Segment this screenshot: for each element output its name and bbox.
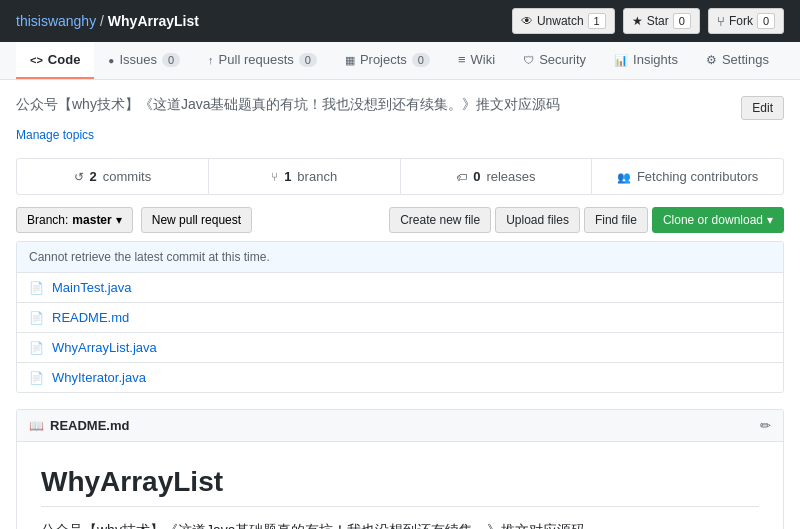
star-button[interactable]: Star 0 (623, 8, 700, 34)
branch-bar: Branch: master New pull request Create n… (16, 207, 784, 233)
file-link[interactable]: MainTest.java (52, 280, 131, 295)
create-new-file-button[interactable]: Create new file (389, 207, 491, 233)
tab-wiki[interactable]: Wiki (444, 42, 509, 79)
branches-count: 1 (284, 169, 291, 184)
edit-button[interactable]: Edit (741, 96, 784, 120)
releases-count: 0 (473, 169, 480, 184)
pencil-icon[interactable] (760, 418, 771, 433)
file-icon (29, 280, 44, 295)
chevron-down-icon (767, 213, 773, 227)
star-count: 0 (673, 13, 691, 29)
projects-badge: 0 (412, 53, 430, 67)
file-link[interactable]: README.md (52, 310, 129, 325)
branch-name: master (72, 213, 111, 227)
watch-label: Unwatch (537, 14, 584, 28)
tag-icon (456, 169, 467, 184)
shield-icon (523, 52, 534, 67)
star-label: Star (647, 14, 669, 28)
tab-projects[interactable]: Projects 0 (331, 42, 444, 79)
table-row: MainTest.java (17, 273, 783, 303)
repo-description-row: 公众号【why技术】《这道Java基础题真的有坑！我也没想到还有续集。》推文对应… (16, 96, 784, 120)
issue-icon (108, 52, 114, 67)
file-table: Cannot retrieve the latest commit at thi… (16, 241, 784, 393)
fork-button[interactable]: Fork 0 (708, 8, 784, 34)
readme-header: README.md (17, 410, 783, 442)
repo-name-link[interactable]: WhyArrayList (108, 13, 199, 29)
commits-count: 2 (90, 169, 97, 184)
issues-badge: 0 (162, 53, 180, 67)
table-row: README.md (17, 303, 783, 333)
tab-settings[interactable]: Settings (692, 42, 783, 79)
repo-path: thisiswanghy / WhyArrayList (16, 13, 199, 29)
tab-issues[interactable]: Issues 0 (94, 42, 194, 79)
releases-stat[interactable]: 0 releases (401, 159, 593, 194)
project-icon (345, 52, 355, 67)
readme-title: README.md (50, 418, 129, 433)
readme-icon (29, 418, 44, 433)
commit-message-bar: Cannot retrieve the latest commit at thi… (17, 242, 783, 273)
commits-label: commits (103, 169, 151, 184)
readme-h1: WhyArrayList (41, 466, 759, 507)
tab-pull-requests[interactable]: Pull requests 0 (194, 42, 331, 79)
file-link[interactable]: WhyIterator.java (52, 370, 146, 385)
tab-wiki-label: Wiki (471, 52, 496, 67)
file-icon (29, 310, 44, 325)
file-link[interactable]: WhyArrayList.java (52, 340, 157, 355)
upload-files-button[interactable]: Upload files (495, 207, 580, 233)
clone-or-download-button[interactable]: Clone or download (652, 207, 784, 233)
find-file-button[interactable]: Find file (584, 207, 648, 233)
readme-header-title: README.md (29, 418, 129, 433)
tab-settings-label: Settings (722, 52, 769, 67)
nav-tabs: Code Issues 0 Pull requests 0 Projects 0… (0, 42, 800, 80)
tab-projects-label: Projects (360, 52, 407, 67)
branch-selector[interactable]: Branch: master (16, 207, 133, 233)
tab-code-label: Code (48, 52, 81, 67)
repo-owner-link[interactable]: thisiswanghy (16, 13, 96, 29)
table-row: WhyIterator.java (17, 363, 783, 392)
readme-description: 公众号【why技术】《这道Java基础题真的有坑！我也没想到还有续集。》推文对应… (41, 519, 759, 529)
stats-bar: 2 commits 1 branch 0 releases Fetching c… (16, 158, 784, 195)
pr-icon (208, 52, 214, 67)
tab-pr-label: Pull requests (219, 52, 294, 67)
releases-label: releases (486, 169, 535, 184)
people-icon (617, 169, 631, 184)
wiki-icon (458, 52, 466, 67)
fork-count: 0 (757, 13, 775, 29)
readme-section: README.md WhyArrayList 公众号【why技术】《这道Java… (16, 409, 784, 529)
branch-icon (271, 169, 278, 184)
watch-button[interactable]: Unwatch 1 (512, 8, 615, 34)
fork-icon (717, 14, 725, 29)
manage-topics-link[interactable]: Manage topics (16, 128, 784, 142)
eye-icon (521, 14, 533, 28)
star-icon (632, 14, 643, 28)
branches-label: branch (297, 169, 337, 184)
pr-badge: 0 (299, 53, 317, 67)
file-actions: Create new file Upload files Find file C… (389, 207, 784, 233)
tab-security-label: Security (539, 52, 586, 67)
commits-icon (74, 169, 84, 184)
new-pull-request-button[interactable]: New pull request (141, 207, 252, 233)
chevron-down-icon (116, 213, 122, 227)
tab-insights[interactable]: Insights (600, 42, 692, 79)
branches-stat[interactable]: 1 branch (209, 159, 401, 194)
file-icon (29, 340, 44, 355)
fork-label: Fork (729, 14, 753, 28)
path-separator: / (100, 13, 108, 29)
contributors-stat[interactable]: Fetching contributors (592, 159, 783, 194)
page-content: 公众号【why技术】《这道Java基础题真的有坑！我也没想到还有续集。》推文对应… (0, 80, 800, 529)
branch-prefix: Branch: (27, 213, 68, 227)
tab-security[interactable]: Security (509, 42, 600, 79)
tab-insights-label: Insights (633, 52, 678, 67)
table-row: WhyArrayList.java (17, 333, 783, 363)
watch-count: 1 (588, 13, 606, 29)
contributors-label: Fetching contributors (637, 169, 758, 184)
commits-stat[interactable]: 2 commits (17, 159, 209, 194)
repo-description: 公众号【why技术】《这道Java基础题真的有坑！我也没想到还有续集。》推文对应… (16, 96, 560, 114)
code-icon (30, 52, 43, 67)
settings-icon (706, 52, 717, 67)
tab-code[interactable]: Code (16, 42, 94, 79)
tab-issues-label: Issues (119, 52, 157, 67)
readme-body: WhyArrayList 公众号【why技术】《这道Java基础题真的有坑！我也… (17, 442, 783, 529)
file-icon (29, 370, 44, 385)
clone-label: Clone or download (663, 213, 763, 227)
